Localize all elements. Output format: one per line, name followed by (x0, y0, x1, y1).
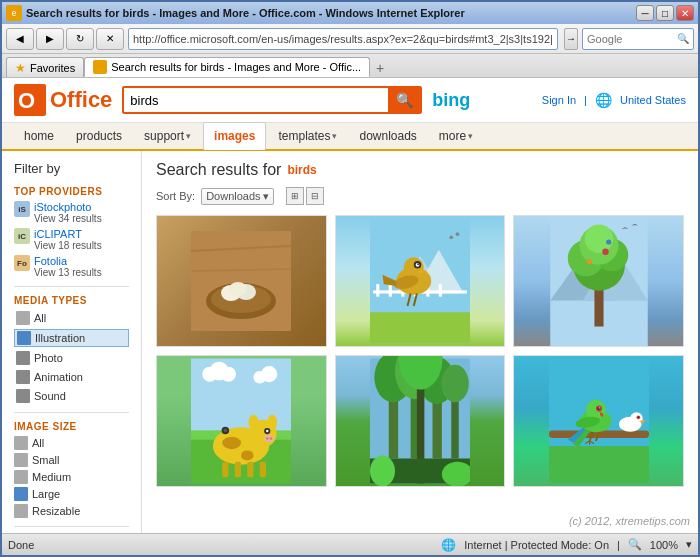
result-image-2 (336, 216, 505, 346)
browser-icon: e (6, 5, 22, 21)
grid-view-icon[interactable]: ⊞ (286, 187, 304, 205)
nav-menu: home products support ▾ images templates… (2, 123, 698, 151)
zoom-text: 100% (650, 539, 678, 551)
office-logo: O Office (14, 84, 112, 116)
result-image-4 (157, 356, 326, 486)
svg-rect-66 (248, 462, 254, 478)
media-all[interactable]: All (14, 310, 129, 326)
media-photo[interactable]: Photo (14, 350, 129, 366)
results-keyword: birds (287, 163, 316, 177)
menu-item-home[interactable]: home (14, 122, 64, 150)
result-item-6[interactable] (513, 355, 684, 487)
svg-point-86 (630, 412, 643, 425)
forward-button[interactable]: ▶ (36, 28, 64, 50)
region-link[interactable]: United States (620, 94, 686, 106)
provider-iclipart[interactable]: iC iCLIPART View 18 results (14, 228, 129, 251)
sort-dropdown[interactable]: Downloads ▾ (201, 188, 273, 205)
tab-label: Search results for birds - Images and Mo… (111, 61, 361, 73)
list-view-icon[interactable]: ⊟ (306, 187, 324, 205)
separator: | (584, 94, 587, 106)
size-medium-label: Medium (32, 471, 71, 483)
size-small[interactable]: Small (14, 453, 129, 467)
iclipart-name[interactable]: iCLIPART (34, 228, 102, 240)
result-item-2[interactable] (335, 215, 506, 347)
media-all-label: All (34, 312, 46, 324)
fotolia-name[interactable]: Fotolia (34, 255, 102, 267)
media-sound[interactable]: Sound (14, 388, 129, 404)
go-button[interactable]: → (564, 28, 578, 50)
result-item-3[interactable] (513, 215, 684, 347)
search-bar[interactable]: 🔍 (582, 28, 694, 50)
menu-item-support[interactable]: support ▾ (134, 122, 201, 150)
office-search-box[interactable]: 🔍 (122, 86, 422, 114)
search-input[interactable] (587, 33, 677, 45)
svg-point-25 (417, 263, 419, 265)
active-tab[interactable]: Search results for birds - Images and Mo… (84, 57, 370, 77)
media-illustration[interactable]: Illustration (14, 329, 129, 347)
search-go-icon[interactable]: 🔍 (677, 33, 689, 44)
menu-item-more[interactable]: more ▾ (429, 122, 483, 150)
refresh-button[interactable]: ↻ (66, 28, 94, 50)
media-animation[interactable]: Animation (14, 369, 129, 385)
browser-content: O Office 🔍 bing Sign In | 🌐 United State… (2, 78, 698, 533)
divider-2 (14, 412, 129, 413)
menu-item-downloads[interactable]: downloads (349, 122, 426, 150)
size-medium[interactable]: Medium (14, 470, 129, 484)
address-bar[interactable]: http://office.microsoft.com/en-us/images… (128, 28, 558, 50)
stop-button[interactable]: ✕ (96, 28, 124, 50)
signin-link[interactable]: Sign In (542, 94, 576, 106)
favorites-star-icon: ★ (15, 61, 26, 75)
size-large[interactable]: Large (14, 487, 129, 501)
istockphoto-name[interactable]: iStockphoto (34, 201, 102, 213)
svg-point-80 (370, 455, 395, 486)
status-text: Done (8, 539, 34, 551)
zone-text: Internet | Protected Mode: On (464, 539, 609, 551)
size-small-label: Small (32, 454, 60, 466)
provider-fotolia[interactable]: Fo Fotolia View 13 results (14, 255, 129, 278)
favorites-tab-label: Favorites (30, 62, 75, 74)
media-photo-icon (16, 351, 30, 365)
provider-istockphoto[interactable]: iS iStockphoto View 34 results (14, 201, 129, 224)
svg-point-58 (266, 437, 269, 440)
result-item-1[interactable] (156, 215, 327, 347)
media-sound-icon (16, 389, 30, 403)
size-resizable-label: Resizable (32, 505, 80, 517)
minimize-button[interactable]: ─ (636, 5, 654, 21)
sidebar: Filter by TOP PROVIDERS iS iStockphoto V… (2, 151, 142, 533)
media-photo-label: Photo (34, 352, 63, 364)
svg-point-40 (602, 249, 609, 256)
svg-rect-15 (376, 284, 379, 297)
results-header: Search results for birds (156, 161, 684, 179)
new-tab-button[interactable]: + (370, 59, 390, 77)
menu-item-products[interactable]: products (66, 122, 132, 150)
size-medium-icon (14, 470, 28, 484)
size-small-icon (14, 453, 28, 467)
size-resizable[interactable]: Resizable (14, 504, 129, 518)
nav-buttons: ◀ ▶ ↻ ✕ (6, 28, 124, 50)
size-all[interactable]: All (14, 436, 129, 450)
result-item-5[interactable] (335, 355, 506, 487)
browser-window: e Search results for birds - Images and … (0, 0, 700, 557)
svg-rect-83 (549, 446, 649, 484)
size-all-icon (14, 436, 28, 450)
svg-point-56 (266, 430, 269, 433)
divider-3 (14, 526, 129, 527)
title-bar: e Search results for birds - Images and … (2, 2, 698, 24)
office-search-input[interactable] (124, 93, 388, 108)
result-image-3 (514, 216, 683, 346)
maximize-button[interactable]: □ (656, 5, 674, 21)
media-animation-icon (16, 370, 30, 384)
menu-item-templates[interactable]: templates ▾ (268, 122, 347, 150)
svg-point-29 (449, 235, 453, 239)
address-text: http://office.microsoft.com/en-us/images… (133, 33, 553, 45)
svg-point-90 (586, 400, 606, 420)
nest-svg (191, 231, 291, 331)
favorites-tab[interactable]: ★ Favorites (6, 57, 84, 77)
svg-point-59 (270, 437, 273, 440)
zoom-icon: 🔍 (628, 538, 642, 551)
office-search-button[interactable]: 🔍 (388, 87, 420, 113)
menu-item-images[interactable]: images (203, 122, 266, 150)
result-item-4[interactable] (156, 355, 327, 487)
back-button[interactable]: ◀ (6, 28, 34, 50)
close-button[interactable]: ✕ (676, 5, 694, 21)
